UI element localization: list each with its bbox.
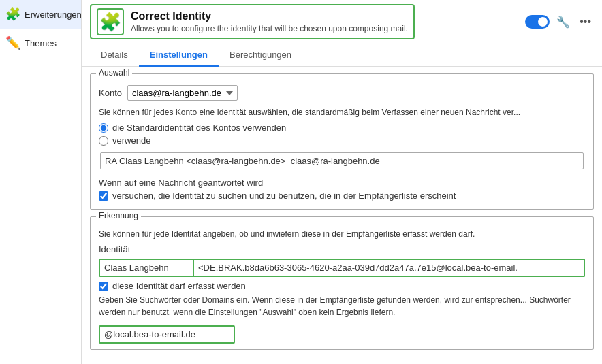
tab-details[interactable]: Details: [90, 44, 139, 67]
tab-einstellungen[interactable]: Einstellungen: [139, 44, 219, 67]
identity-email-field[interactable]: [194, 259, 585, 277]
search-keywords-field[interactable]: [99, 325, 235, 344]
puzzle-icon: 🧩: [99, 12, 121, 33]
main-content: 🧩 Correct Identity Allows you to configu…: [82, 0, 602, 364]
checkbox-darf-erfasst[interactable]: [99, 282, 108, 291]
antwort-label: Wenn auf eine Nachricht geantwortet wird: [99, 178, 585, 188]
radio-verwende-label: verwende: [112, 135, 150, 146]
extension-header-highlight: 🧩 Correct Identity Allows you to configu…: [90, 4, 415, 39]
extensions-icon: 🧩: [5, 7, 20, 22]
tab-berechtigungen[interactable]: Berechtigungen: [219, 44, 302, 67]
antwort-section: Wenn auf eine Nachricht geantwortet wird…: [99, 178, 585, 201]
sidebar-item-themes[interactable]: ✏️ Themes: [0, 29, 81, 57]
settings-content: Auswahl Konto claas@ra-langbehn.de Sie k…: [82, 67, 602, 364]
identitaet-label: Identität: [99, 244, 585, 254]
search-desc: Geben Sie Suchwörter oder Domains ein. W…: [99, 294, 585, 318]
konto-row: Konto claas@ra-langbehn.de: [99, 85, 585, 101]
extension-description: Allows you to configure the identity tha…: [131, 24, 408, 33]
auswahl-section: Auswahl Konto claas@ra-langbehn.de Sie k…: [90, 73, 594, 210]
sidebar-item-themes-label: Themes: [25, 38, 57, 48]
extension-icon-box: 🧩: [97, 8, 124, 35]
header-actions: 🔧 •••: [525, 14, 594, 30]
sidebar-item-extensions-label: Erweiterungen: [25, 10, 82, 20]
radio-standard[interactable]: [99, 123, 108, 133]
radio-row-1: die Standardidentität des Kontos verwend…: [99, 122, 585, 133]
auswahl-legend: Auswahl: [96, 68, 132, 78]
sidebar: 🧩 Erweiterungen ✏️ Themes: [0, 0, 82, 364]
identity-input-row: [99, 259, 585, 277]
erkennung-desc: Sie können für jede Identität angeben, o…: [99, 228, 585, 240]
tabs-bar: Details Einstellungen Berechtigungen: [82, 44, 602, 67]
erkennung-legend: Erkennung: [96, 211, 141, 220]
checkbox-identity-search-label: versuchen, die Identität zu suchen und z…: [112, 191, 456, 201]
konto-select[interactable]: claas@ra-langbehn.de: [127, 85, 238, 101]
sidebar-item-extensions[interactable]: 🧩 Erweiterungen: [0, 0, 81, 29]
erkennung-section: Erkennung Sie können für jede Identität …: [90, 216, 594, 350]
auswahl-description: Sie können für jedes Konto eine Identitä…: [99, 106, 585, 118]
header: 🧩 Correct Identity Allows you to configu…: [82, 0, 602, 44]
checkbox-row-1: versuchen, die Identität zu suchen und z…: [99, 191, 585, 201]
extension-title: Correct Identity: [131, 10, 408, 22]
radio-group: die Standardidentität des Kontos verwend…: [99, 122, 585, 146]
toggle-button[interactable]: [525, 15, 550, 29]
more-options-button[interactable]: •••: [577, 14, 594, 29]
radio-row-2: verwende: [99, 135, 585, 146]
checkbox-row-2: diese Identität darf erfasst werden: [99, 281, 585, 291]
checkbox-identity-search[interactable]: [99, 191, 108, 201]
identity-name-field[interactable]: [99, 259, 194, 277]
radio-standard-label: die Standardidentität des Kontos verwend…: [112, 122, 286, 133]
konto-label: Konto: [99, 88, 122, 98]
radio-verwende[interactable]: [99, 136, 108, 146]
settings-icon-button[interactable]: 🔧: [554, 14, 573, 30]
email-display-field[interactable]: [100, 152, 584, 169]
checkbox-darf-erfasst-label: diese Identität darf erfasst werden: [112, 281, 246, 291]
header-text: Correct Identity Allows you to configure…: [131, 10, 408, 33]
themes-icon: ✏️: [5, 35, 20, 50]
